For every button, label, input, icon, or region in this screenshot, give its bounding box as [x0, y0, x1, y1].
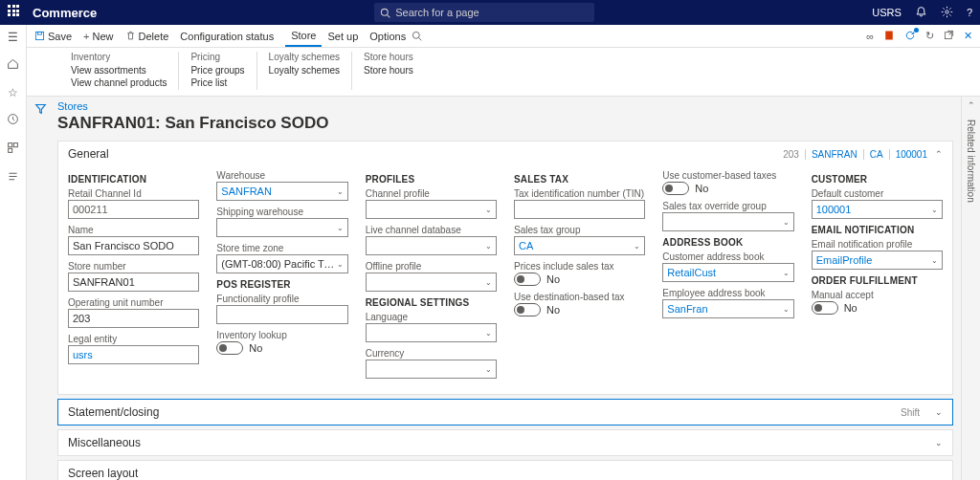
col-cust-tax-addr: Use customer-based taxesNo Sales tax ove… — [662, 170, 793, 384]
user-label[interactable]: USRS — [872, 7, 902, 18]
svg-line-1 — [388, 14, 390, 17]
warehouse-label: Warehouse — [216, 170, 347, 181]
currency-select[interactable]: ⌄ — [366, 360, 497, 379]
tin-input[interactable] — [514, 200, 645, 219]
channel-profile-select[interactable]: ⌄ — [366, 200, 497, 219]
card-statement-sub: Shift — [901, 407, 920, 418]
card-screen-header[interactable]: Screen layout — [58, 461, 952, 480]
warehouse-select[interactable]: SANFRAN⌄ — [216, 182, 347, 201]
card-general-header[interactable]: General 203 SANFRAN CA 100001 ⌃ — [58, 142, 952, 166]
cust-addr-select[interactable]: RetailCust⌄ — [662, 263, 793, 282]
recent-icon[interactable] — [7, 113, 19, 128]
link-view-assortments[interactable]: View assortments — [71, 65, 167, 76]
svg-point-0 — [382, 9, 389, 15]
tax-group-select[interactable]: CA⌄ — [514, 236, 645, 255]
col-sales-tax: SALES TAX Tax identification number (TIN… — [514, 170, 645, 384]
group-loyalty-title: Loyalty schemes — [269, 52, 340, 62]
name-input[interactable] — [68, 236, 199, 255]
search-box[interactable]: Search for a page — [374, 3, 594, 22]
link-loyalty-schemes[interactable]: Loyalty schemes — [269, 65, 340, 76]
popout-icon[interactable] — [944, 30, 954, 42]
emp-addr-select[interactable]: SanFran⌄ — [662, 299, 793, 318]
live-db-select[interactable]: ⌄ — [366, 236, 497, 255]
legal-entity-select[interactable]: usrs — [68, 345, 199, 364]
timezone-select[interactable]: (GMT-08:00) Pacific Time (US …⌄ — [216, 254, 347, 273]
prices-incl-toggle[interactable]: No — [514, 273, 645, 286]
link-icon[interactable]: ∞ — [866, 31, 874, 42]
toolbar-search-icon[interactable] — [412, 31, 425, 41]
star-icon[interactable]: ☆ — [8, 86, 18, 99]
unit-label: Operating unit number — [68, 297, 199, 308]
tab-options[interactable]: Options — [364, 27, 412, 46]
svg-rect-4 — [9, 143, 12, 147]
breadcrumb[interactable]: Stores — [54, 97, 957, 112]
close-icon[interactable]: ✕ — [964, 30, 972, 42]
help-icon[interactable]: ? — [967, 7, 972, 18]
group-inventory: Inventory View assortments View channel … — [59, 52, 179, 90]
form-area[interactable]: Stores SANFRAN01: San Francisco SODO Gen… — [54, 97, 961, 480]
email-profile-label: Email notification profile — [812, 239, 943, 250]
col-profiles-regional: PROFILES Channel profile⌄ Live channel d… — [366, 170, 497, 384]
link-store-hours[interactable]: Store hours — [364, 65, 413, 76]
email-profile-select[interactable]: EmailProfile⌄ — [812, 251, 943, 270]
offline-profile-select[interactable]: ⌄ — [366, 273, 497, 292]
refresh-icon[interactable] — [904, 30, 916, 43]
svg-rect-7 — [35, 32, 43, 39]
link-price-groups[interactable]: Price groups — [190, 65, 244, 76]
quick-tax[interactable]: CA — [863, 149, 883, 160]
gear-icon[interactable] — [941, 6, 953, 20]
override-group-select[interactable]: ⌄ — [662, 212, 793, 231]
bell-icon[interactable] — [915, 6, 927, 20]
channel-id-input[interactable] — [68, 200, 199, 219]
search-icon — [380, 8, 390, 18]
filter-icon[interactable] — [34, 102, 47, 118]
inv-lookup-value: No — [249, 342, 262, 354]
app-launcher-icon[interactable] — [8, 5, 23, 20]
card-statement-header[interactable]: Statement/closing Shift ⌄ — [58, 400, 952, 425]
dest-tax-label: Use destination-based tax — [514, 292, 645, 302]
group-hours: Store hours Store hours — [352, 52, 425, 90]
chevron-down-icon: ⌄ — [337, 260, 344, 269]
config-status-label: Configuration status — [180, 31, 274, 42]
unit-input[interactable] — [68, 309, 199, 328]
chevron-down-icon: ⌄ — [485, 242, 492, 251]
office-icon[interactable] — [883, 30, 895, 43]
home-icon[interactable] — [7, 57, 19, 73]
quick-customer[interactable]: 100001 — [889, 149, 927, 160]
new-button[interactable]: +New — [83, 31, 113, 42]
config-status-button[interactable]: Configuration status — [180, 31, 274, 42]
manual-accept-value: No — [844, 302, 858, 314]
right-panel-label: Related information — [966, 120, 976, 203]
list-icon[interactable] — [7, 170, 19, 185]
link-price-list[interactable]: Price list — [190, 77, 244, 88]
save-button[interactable]: Save — [34, 31, 72, 42]
cust-tax-toggle[interactable]: No — [662, 182, 793, 195]
link-view-channel-products[interactable]: View channel products — [71, 77, 167, 88]
card-general-title: General — [68, 147, 109, 161]
store-number-input[interactable] — [68, 273, 199, 292]
manual-accept-toggle[interactable]: No — [812, 301, 943, 315]
tin-label: Tax identification number (TIN) — [514, 188, 645, 199]
tab-store[interactable]: Store — [285, 26, 322, 47]
menu-icon[interactable]: ☰ — [8, 31, 18, 44]
tax-group-label: Sales tax group — [514, 225, 645, 235]
chevron-down-icon: ⌄ — [485, 329, 492, 338]
func-profile-select[interactable] — [216, 305, 347, 324]
tab-setup[interactable]: Set up — [322, 27, 364, 46]
prices-incl-value: No — [546, 273, 560, 285]
card-misc-title: Miscellaneous — [68, 436, 141, 449]
inv-lookup-toggle[interactable]: No — [216, 341, 347, 355]
workspace-icon[interactable] — [7, 142, 19, 157]
chevron-down-icon: ⌄ — [935, 407, 943, 417]
right-panel-tab[interactable]: ⌃ Related information — [961, 97, 980, 480]
language-select[interactable]: ⌄ — [366, 323, 497, 342]
attachment-icon[interactable]: ↻ — [925, 30, 934, 42]
quick-warehouse[interactable]: SANFRAN — [805, 149, 858, 160]
card-misc-header[interactable]: Miscellaneous ⌄ — [58, 430, 952, 455]
channel-id-label: Retail Channel Id — [68, 188, 199, 199]
card-general: General 203 SANFRAN CA 100001 ⌃ IDENTIFI… — [57, 141, 953, 395]
dest-tax-toggle[interactable]: No — [514, 303, 645, 316]
default-cust-select[interactable]: 100001⌄ — [812, 200, 943, 219]
shipping-wh-select[interactable]: ⌄ — [216, 218, 347, 237]
delete-button[interactable]: Delete — [125, 31, 169, 42]
